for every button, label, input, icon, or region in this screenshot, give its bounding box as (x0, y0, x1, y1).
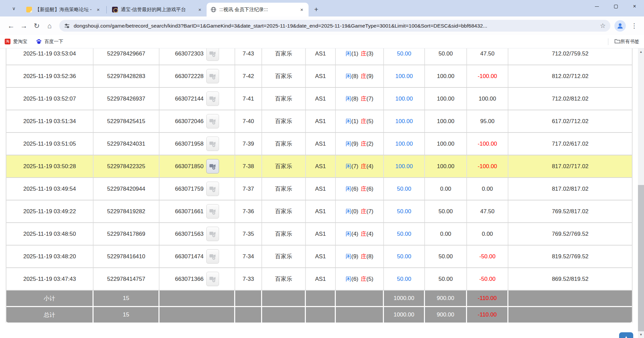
table-number-cell: 7-42 (235, 65, 262, 87)
table-row[interactable]: 2025-11-19 03:50:28522978422325663071850… (6, 155, 632, 178)
table-row[interactable]: 2025-11-19 03:51:34522978425415663072046… (6, 110, 632, 133)
bet-record-table: 2025-11-19 03:53:04522978429667663072303… (6, 48, 633, 323)
table-row[interactable]: 2025-11-19 03:48:20522978416410663071474… (6, 246, 632, 268)
bookmark-taobao[interactable]: 淘 爱淘宝 (5, 39, 27, 45)
scroll-down-arrow[interactable]: ▼ (638, 332, 644, 337)
tab-close-icon[interactable]: × (298, 6, 305, 13)
bet-amount-link[interactable]: 100.00 (384, 133, 425, 155)
tab-close-icon[interactable]: × (95, 6, 102, 13)
bet-amount-link[interactable]: 100.00 (384, 65, 425, 87)
table-row[interactable]: 2025-11-19 03:49:54522978420944663071759… (6, 178, 632, 200)
table-row[interactable]: 2025-11-19 03:51:05522978424031663071958… (6, 133, 632, 155)
balance-cell: 812.02/712.02 (508, 65, 632, 87)
video-replay-button[interactable] (206, 137, 219, 151)
bet-amount-link[interactable]: 100.00 (384, 88, 425, 110)
player-count: (4) (351, 231, 358, 237)
video-replay-button[interactable] (206, 204, 219, 219)
game-name-cell: 百家乐 (262, 110, 306, 132)
video-replay-button[interactable] (206, 69, 219, 83)
account-cell: AS1 (306, 65, 336, 87)
reload-button[interactable]: ↻ (30, 20, 43, 32)
new-tab-button[interactable]: + (311, 4, 321, 14)
tab-forum[interactable]: 【新提醒】海燕策略论坛 - 综合 × (22, 3, 105, 16)
table-number-cell: 7-40 (235, 110, 262, 132)
tab-title: 【新提醒】海燕策略论坛 - 综合 (35, 6, 92, 13)
player-label: 闲 (346, 50, 351, 58)
tab-tongbao[interactable]: 通宝-信誉最好的网上游戏平台 × (108, 3, 207, 16)
maximize-button[interactable] (606, 0, 625, 13)
url-text[interactable]: dongshouji.com/game/betrecord_search/kin… (74, 23, 597, 29)
player-label: 闲 (346, 72, 351, 80)
video-replay-button[interactable] (206, 249, 219, 264)
back-button[interactable]: ← (5, 20, 17, 32)
total-empty-cell (262, 307, 306, 323)
bet-amount-link[interactable]: 50.00 (384, 200, 425, 222)
video-replay-button[interactable] (206, 227, 219, 241)
game-name-cell: 百家乐 (262, 133, 306, 155)
bet-id-cell: 522978426937 (94, 88, 159, 110)
game-name-cell: 百家乐 (262, 200, 306, 222)
bet-id-cell: 522978416410 (94, 246, 159, 267)
table-row[interactable]: 2025-11-19 03:48:50522978417869663071563… (6, 223, 632, 246)
bet-amount-link[interactable]: 50.00 (384, 246, 425, 267)
subtotal-valid-total: 900.00 (425, 291, 467, 306)
browser-tab-strip: ∨ 【新提醒】海燕策略论坛 - 综合 × 通宝-信誉最好的网上游戏平台 × ::… (0, 0, 644, 16)
time-cell: 2025-11-19 03:49:54 (6, 178, 94, 200)
site-info-icon[interactable] (64, 23, 70, 29)
table-row[interactable]: 2025-11-19 03:53:04522978429667663072303… (6, 48, 632, 65)
video-replay-button[interactable] (206, 159, 219, 174)
game-name-cell: 百家乐 (262, 223, 306, 245)
page-scrollbar[interactable]: ▲ ▼ (638, 48, 644, 338)
table-row[interactable]: 2025-11-19 03:49:22522978419282663071661… (6, 200, 632, 223)
scrollbar-thumb[interactable] (638, 185, 644, 331)
bet-amount-link[interactable]: 50.00 (384, 48, 425, 65)
browser-menu-button[interactable]: ⋮ (629, 20, 639, 32)
bookmark-star-icon[interactable]: ☆ (600, 22, 606, 30)
bet-amount-link[interactable]: 100.00 (384, 155, 425, 177)
table-row[interactable]: 2025-11-19 03:52:07522978426937663072144… (6, 88, 632, 110)
valid-amount-cell: 100.00 (425, 65, 467, 87)
tab-close-icon[interactable]: × (196, 6, 203, 13)
scroll-up-arrow[interactable]: ▲ (638, 49, 644, 54)
back-to-top-button[interactable]: ▲ (619, 332, 633, 338)
bookmarks-bar: 淘 爱淘宝 百度一下 所有书签 (0, 35, 644, 48)
round-cell: 663071661 (159, 200, 235, 222)
video-replay-button[interactable] (206, 48, 219, 61)
bet-content-cell: 闲(1)庄(5) (336, 110, 384, 132)
profile-avatar[interactable] (614, 20, 626, 32)
address-bar[interactable]: dongshouji.com/game/betrecord_search/kin… (59, 20, 610, 32)
bet-amount-link[interactable]: 50.00 (384, 178, 425, 200)
minimize-button[interactable] (587, 0, 606, 13)
forward-button[interactable]: → (17, 20, 30, 32)
video-replay-button[interactable] (206, 114, 219, 128)
bet-amount-link[interactable]: 100.00 (384, 110, 425, 132)
all-bookmarks[interactable]: 所有书签 (608, 38, 639, 45)
video-replay-button[interactable] (206, 91, 219, 106)
video-replay-button[interactable] (206, 272, 219, 286)
video-replay-button[interactable] (206, 182, 219, 196)
win-loss-cell: -50.00 (467, 246, 508, 267)
subtotal-label: 小计 (6, 291, 94, 306)
time-cell: 2025-11-19 03:51:05 (6, 133, 94, 155)
table-number-cell: 7-34 (235, 246, 262, 267)
banker-count: (7) (366, 96, 373, 102)
time-cell: 2025-11-19 03:50:28 (6, 155, 94, 177)
table-row[interactable]: 2025-11-19 03:47:43522978414757663071366… (6, 268, 632, 291)
player-count: (8) (351, 73, 358, 80)
up-arrow-icon: ▲ (624, 335, 629, 338)
game-name-cell: 百家乐 (262, 65, 306, 87)
bet-amount-link[interactable]: 50.00 (384, 268, 425, 290)
tab-title: :::视讯 会员下注纪录::: (219, 6, 295, 13)
tab-bet-records-active[interactable]: :::视讯 会员下注纪录::: × (207, 3, 309, 16)
bookmark-baidu[interactable]: 百度一下 (36, 39, 63, 45)
table-row[interactable]: 2025-11-19 03:52:36522978428283663072228… (6, 65, 632, 88)
tab-search-button[interactable]: ∨ (9, 3, 19, 13)
round-cell: 663071474 (159, 246, 235, 267)
close-window-button[interactable]: × (625, 0, 644, 13)
banker-label: 庄 (361, 50, 366, 58)
home-button[interactable]: ⌂ (43, 20, 56, 32)
bet-amount-link[interactable]: 50.00 (384, 223, 425, 245)
banker-label: 庄 (361, 72, 366, 80)
bet-id-cell: 522978420944 (94, 178, 159, 200)
banker-label: 庄 (361, 140, 366, 148)
